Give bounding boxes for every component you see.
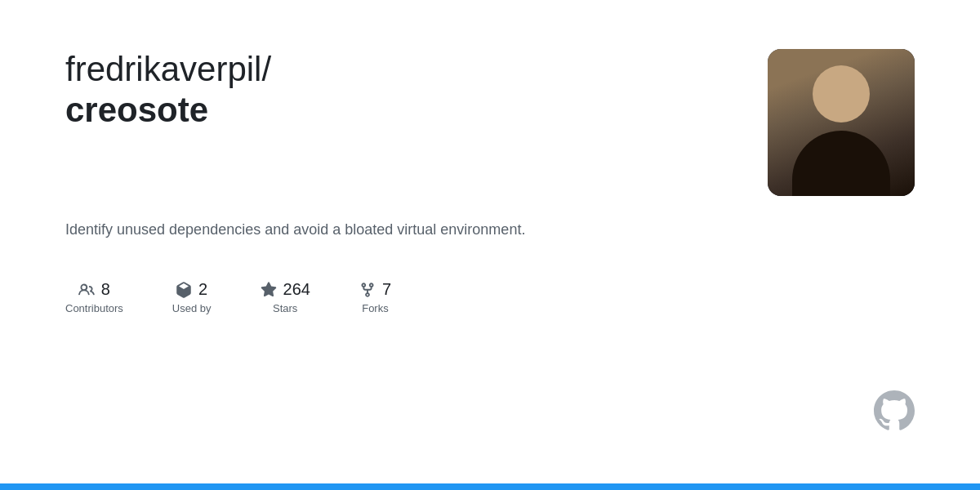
contributors-count: 8 — [101, 280, 110, 299]
avatar — [768, 49, 915, 196]
stat-contributors[interactable]: 8 Contributors — [65, 280, 123, 314]
bottom-bar — [0, 483, 980, 490]
stat-stars[interactable]: 264 Stars — [261, 280, 310, 314]
stats-row: 8 Contributors 2 Used by — [65, 280, 915, 314]
used-by-count: 2 — [198, 280, 207, 299]
fork-icon — [359, 282, 376, 298]
github-icon — [874, 390, 915, 431]
github-icon-corner — [874, 390, 915, 434]
title-block: fredrikaverpil/ creosote — [65, 49, 271, 131]
main-content: fredrikaverpil/ creosote Identify unused… — [0, 0, 980, 483]
used-by-label: Used by — [172, 302, 212, 314]
stat-used-by[interactable]: 2 Used by — [172, 280, 212, 314]
stat-forks-top: 7 — [359, 280, 391, 299]
stat-used-by-top: 2 — [176, 280, 207, 299]
repo-owner: fredrikaverpil/ — [65, 49, 271, 90]
stars-label: Stars — [273, 302, 297, 314]
repo-name: creosote — [65, 90, 271, 131]
forks-count: 7 — [382, 280, 391, 299]
star-icon — [261, 282, 277, 298]
stat-forks[interactable]: 7 Forks — [359, 280, 391, 314]
avatar-face — [768, 49, 915, 196]
stat-stars-top: 264 — [261, 280, 310, 299]
forks-label: Forks — [362, 302, 389, 314]
header-area: fredrikaverpil/ creosote — [65, 49, 915, 196]
stat-contributors-top: 8 — [78, 280, 110, 299]
people-icon — [78, 282, 95, 298]
repo-description: Identify unused dependencies and avoid a… — [65, 219, 555, 241]
stars-count: 264 — [283, 280, 310, 299]
package-icon — [176, 282, 192, 298]
contributors-label: Contributors — [65, 302, 123, 314]
